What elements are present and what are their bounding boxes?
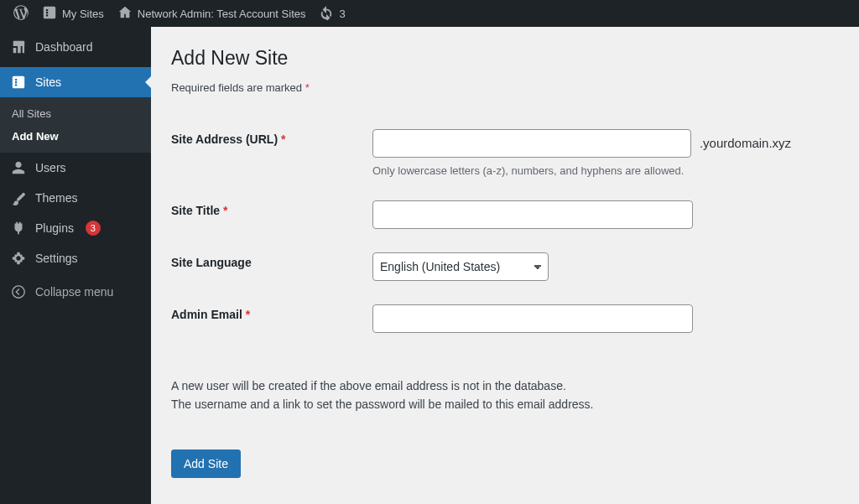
admin-email-input[interactable] xyxy=(372,304,693,333)
update-icon xyxy=(319,5,334,23)
plugins-update-badge: 3 xyxy=(86,221,101,236)
brush-icon xyxy=(10,190,27,206)
menu-sites[interactable]: Sites xyxy=(0,67,151,97)
collapse-label: Collapse menu xyxy=(35,285,113,299)
required-mark: * xyxy=(223,204,227,217)
menu-plugins[interactable]: Plugins 3 xyxy=(0,213,151,243)
dashboard-icon xyxy=(10,39,27,55)
updates-link[interactable]: 3 xyxy=(312,0,351,27)
admin-menu: Dashboard Sites All Sites Add New Users … xyxy=(0,27,151,504)
admin-bar: My Sites Network Admin: Test Account Sit… xyxy=(0,0,859,27)
domain-suffix: .yourdomain.xyz xyxy=(700,136,791,150)
add-site-form: Site Address (URL) * .yourdomain.xyz Onl… xyxy=(171,117,839,345)
wordpress-icon xyxy=(13,5,29,23)
label-site-language: Site Language xyxy=(171,241,372,293)
menu-themes-label: Themes xyxy=(35,191,78,205)
info-line-2: The username and a link to set the passw… xyxy=(171,395,839,413)
label-admin-email-text: Admin Email xyxy=(171,308,246,321)
plugin-icon xyxy=(10,220,27,236)
menu-settings[interactable]: Settings xyxy=(0,243,151,273)
required-mark: * xyxy=(246,308,250,321)
info-line-1: A new user will be created if the above … xyxy=(171,377,839,395)
svg-point-0 xyxy=(13,286,24,298)
label-site-address-text: Site Address (URL) xyxy=(171,132,281,146)
menu-users-label: Users xyxy=(35,161,66,174)
home-icon xyxy=(117,5,133,23)
menu-settings-label: Settings xyxy=(35,252,78,265)
submenu-sites: All Sites Add New xyxy=(0,97,151,153)
menu-themes[interactable]: Themes xyxy=(0,183,151,213)
site-title-input[interactable] xyxy=(372,200,693,229)
wp-logo[interactable] xyxy=(7,0,35,27)
add-site-button[interactable]: Add Site xyxy=(171,449,241,478)
sites-icon xyxy=(42,5,57,23)
required-mark: * xyxy=(305,81,310,94)
menu-dashboard-label: Dashboard xyxy=(35,40,93,54)
submenu-all-sites[interactable]: All Sites xyxy=(0,102,151,125)
required-note-text: Required fields are marked xyxy=(171,81,305,94)
collapse-menu[interactable]: Collapse menu xyxy=(0,277,151,307)
label-site-title-text: Site Title xyxy=(171,204,223,217)
collapse-icon xyxy=(10,283,27,300)
updates-count: 3 xyxy=(339,8,345,20)
my-sites-link[interactable]: My Sites xyxy=(35,0,111,27)
site-address-help: Only lowercase letters (a-z), numbers, a… xyxy=(372,164,830,177)
menu-dashboard[interactable]: Dashboard xyxy=(0,27,151,67)
menu-sites-label: Sites xyxy=(35,75,61,89)
network-admin-link[interactable]: Network Admin: Test Account Sites xyxy=(111,0,313,27)
page-title: Add New Site xyxy=(171,47,839,70)
main-content: Add New Site Required fields are marked … xyxy=(151,27,859,504)
settings-icon xyxy=(10,250,27,267)
menu-users[interactable]: Users xyxy=(0,153,151,183)
sites-icon xyxy=(10,74,27,91)
site-address-input[interactable] xyxy=(372,129,691,158)
label-site-title: Site Title * xyxy=(171,189,372,241)
label-site-address: Site Address (URL) * xyxy=(171,117,372,189)
menu-plugins-label: Plugins xyxy=(35,221,74,235)
info-block: A new user will be created if the above … xyxy=(171,377,839,414)
required-mark: * xyxy=(281,132,285,146)
submenu-add-new[interactable]: Add New xyxy=(0,125,151,148)
required-note: Required fields are marked * xyxy=(171,81,839,94)
my-sites-label: My Sites xyxy=(62,8,104,20)
label-admin-email: Admin Email * xyxy=(171,293,372,345)
site-language-select[interactable]: English (United States) xyxy=(372,252,549,281)
users-icon xyxy=(10,159,27,176)
network-admin-label: Network Admin: Test Account Sites xyxy=(138,8,306,20)
